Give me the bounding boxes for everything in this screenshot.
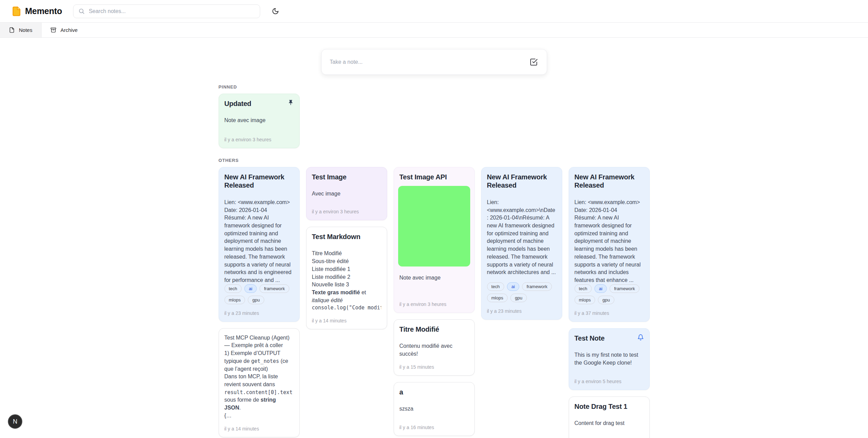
note-body: Note avec image	[224, 117, 294, 125]
dark-mode-toggle[interactable]	[269, 5, 282, 18]
note-card-drag-test[interactable]: Note Drag Test 1 Content for drag test i…	[569, 396, 650, 438]
md-list-item: Nouvelle liste 3	[312, 281, 381, 289]
note-title: New AI Framework Released	[487, 173, 556, 190]
grid-column-4: New AI Framework Released Lien: <www.exa…	[481, 167, 562, 320]
bell-icon	[637, 334, 644, 341]
note-title: Test Markdown	[312, 233, 381, 241]
note-timestamp: il y a environ 3 heures	[312, 203, 381, 214]
page-title: Memento	[25, 6, 62, 16]
note-timestamp: il y a 16 minutes	[400, 418, 469, 430]
note-title: Titre Modifié	[400, 325, 469, 333]
moon-icon	[272, 8, 279, 15]
md-code-line: console.log("Code modifié a	[312, 304, 381, 311]
search-input[interactable]	[88, 8, 255, 15]
note-timestamp: il y a 37 minutes	[575, 304, 644, 316]
note-image	[398, 186, 470, 267]
dev-tools-badge[interactable]: N	[8, 414, 22, 429]
note-body: This is my first note to test the Google…	[575, 351, 644, 367]
note-title: Note Drag Test 1	[575, 402, 644, 411]
tag-mlops[interactable]: mlops	[224, 296, 245, 304]
note-body: szsza	[400, 405, 469, 413]
note-body: Lien: <www.example.com> Date: 2026-01-04…	[224, 199, 294, 284]
md-list-item: Liste modifiée 2	[312, 273, 381, 281]
note-composer[interactable]	[321, 49, 547, 75]
tag-mlops[interactable]: mlops	[487, 294, 508, 302]
grid-column-1: New AI Framework Released Lien: <www.exa…	[219, 167, 300, 437]
unpin-button[interactable]	[286, 98, 295, 107]
new-checklist-button[interactable]	[528, 57, 539, 68]
note-timestamp: il y a environ 3 heures	[400, 295, 469, 307]
tag-gpu[interactable]: gpu	[510, 294, 527, 302]
notes-main: PINNED Updated Note avec image il y a en…	[219, 49, 650, 438]
note-timestamp: il y a 23 minutes	[224, 304, 294, 316]
note-card-test-note[interactable]: Test Note This is my first note to test …	[569, 328, 650, 390]
note-body: Contenu modifié avec succès!	[400, 342, 469, 358]
note-title: New AI Framework Released	[575, 173, 644, 190]
tag-list: tech ai framework mlops gpu	[224, 284, 294, 304]
note-body: Note avec image	[400, 274, 469, 282]
note-title: Test Note	[575, 334, 644, 342]
tag-ai[interactable]: ai	[507, 282, 519, 291]
note-timestamp: il y a 15 minutes	[400, 358, 469, 370]
tag-list: tech ai framework mlops gpu	[575, 284, 644, 304]
tag-mlops[interactable]: mlops	[575, 296, 595, 304]
tag-ai[interactable]: ai	[244, 284, 257, 293]
note-body: Content for drag test	[575, 419, 644, 427]
note-code-inline: get_notes	[251, 358, 279, 364]
view-tabs: Notes Archive	[0, 22, 868, 38]
note-body: Avec image	[312, 190, 381, 198]
note-card-test-markdown[interactable]: Test Markdown Titre Modifié Sous-titre é…	[306, 227, 387, 329]
search-bar[interactable]	[73, 4, 260, 18]
tag-tech[interactable]: tech	[487, 282, 505, 291]
note-card-ai-framework-2[interactable]: New AI Framework Released Lien: <www.exa…	[481, 167, 562, 320]
note-timestamp: il y a 14 minutes	[224, 420, 294, 431]
note-card-ai-framework-1[interactable]: New AI Framework Released Lien: <www.exa…	[219, 167, 300, 322]
note-timestamp: il y a environ 1 heure	[575, 434, 644, 438]
tag-framework[interactable]: framework	[610, 284, 639, 293]
grid-column-3: Test Image API Note avec image il y a en…	[394, 167, 475, 436]
note-text: et	[360, 289, 366, 295]
note-timestamp: il y a environ 3 heures	[224, 131, 294, 142]
note-card-updated[interactable]: Updated Note avec image il y a environ 3…	[219, 94, 300, 148]
note-title: Test Image API	[400, 173, 469, 181]
notes-grid: New AI Framework Released Lien: <www.exa…	[219, 167, 650, 438]
tag-framework[interactable]: framework	[522, 282, 552, 291]
note-italic-text: italique édité	[312, 297, 343, 303]
pinned-section-label: PINNED	[219, 84, 650, 90]
tab-archive[interactable]: Archive	[42, 23, 86, 37]
note-card-titre-modifie[interactable]: Titre Modifié Contenu modifié avec succè…	[394, 319, 475, 376]
note-card-test-image[interactable]: Test Image Avec image il y a environ 3 h…	[306, 167, 387, 220]
note-timestamp: il y a environ 5 heures	[575, 372, 644, 384]
note-file-icon	[9, 27, 15, 33]
tab-notes[interactable]: Notes	[0, 23, 42, 37]
app-logo: Memento	[11, 6, 62, 16]
tag-ai[interactable]: ai	[594, 284, 607, 293]
grid-column-5: New AI Framework Released Lien: <www.exa…	[569, 167, 650, 438]
tag-tech[interactable]: tech	[575, 284, 592, 293]
note-timestamp: il y a 14 minutes	[312, 312, 381, 323]
md-heading: Titre Modifié	[312, 250, 381, 258]
note-code-inline: result.content[0].text	[224, 389, 293, 395]
pin-icon	[288, 99, 294, 106]
note-card-test-image-api[interactable]: Test Image API Note avec image il y a en…	[394, 167, 475, 313]
md-formatted-line: Texte gras modifié et italique édité	[312, 289, 381, 304]
search-icon	[78, 8, 85, 14]
reminder-button[interactable]	[636, 333, 645, 342]
note-title: Test Image	[312, 173, 381, 181]
others-section-label: OTHERS	[219, 158, 650, 163]
note-title: Updated	[224, 99, 294, 108]
note-bold-text: Texte gras modifié	[312, 289, 360, 295]
tag-gpu[interactable]: gpu	[598, 296, 614, 304]
tag-tech[interactable]: tech	[224, 284, 242, 293]
check-square-icon	[530, 58, 538, 66]
tab-archive-label: Archive	[60, 27, 78, 33]
note-card-a[interactable]: a szsza il y a 16 minutes	[394, 382, 475, 436]
note-body: Lien: <www.example.com>\nDate: 2026-01-0…	[487, 199, 556, 276]
tag-framework[interactable]: framework	[259, 284, 289, 293]
note-card-mcp-cleanup[interactable]: Test MCP Cleanup (Agent) — Exemple prêt …	[219, 328, 300, 437]
app-header: Memento	[0, 0, 868, 22]
take-a-note-input[interactable]	[329, 59, 524, 66]
tag-gpu[interactable]: gpu	[248, 296, 264, 304]
note-card-ai-framework-3[interactable]: New AI Framework Released Lien: <www.exa…	[569, 167, 650, 322]
md-list-item: Liste modifiée 1	[312, 265, 381, 273]
